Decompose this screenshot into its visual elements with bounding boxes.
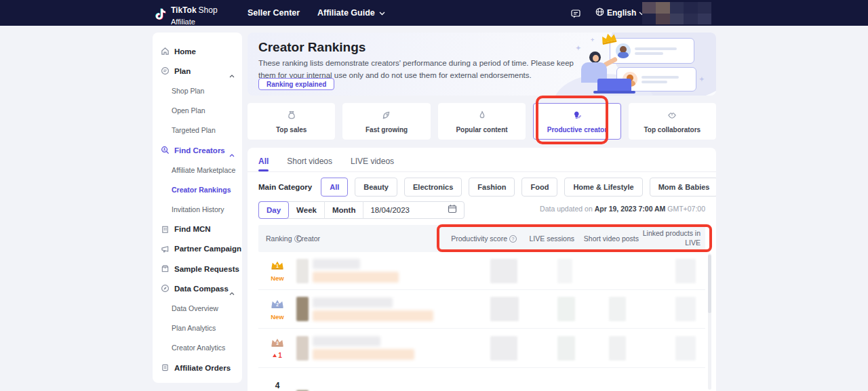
sidebar-item-label: Sample Requests — [174, 265, 239, 273]
period-month-button[interactable]: Month — [325, 201, 363, 219]
sidebar-item-label: Open Plan — [172, 106, 205, 115]
ranking-explained-button[interactable]: Ranking explained — [258, 78, 334, 90]
metric-cell-blurred — [634, 252, 701, 289]
rankings-illustration: ✦ ✦ + — [570, 33, 716, 96]
category-pill-home-lifestyle[interactable]: Home & Lifestyle — [564, 178, 642, 197]
sidebar-item-partner-campaign[interactable]: Partner Campaign — [153, 239, 242, 259]
page-title: Creator Rankings — [258, 40, 366, 55]
creator-cell-blurred — [296, 290, 444, 328]
category-pill-mom-babies[interactable]: Mom & Babies — [650, 178, 716, 197]
sidebar-item-label: Partner Campaign — [174, 245, 241, 253]
nav-link-affiliate-guide[interactable]: Affiliate Guide — [317, 0, 385, 26]
sidebar-item-targeted-plan[interactable]: Targeted Plan — [153, 121, 242, 140]
building-icon — [161, 225, 170, 234]
category-pill-all[interactable]: All — [321, 178, 348, 197]
period-week-button[interactable]: Week — [289, 201, 325, 219]
sidebar-item-creator-rankings[interactable]: Creator Rankings — [153, 180, 242, 199]
nav-link-seller-center[interactable]: Seller Center — [248, 0, 300, 26]
ranking-card-popular-content[interactable]: Popular content — [438, 103, 526, 140]
sidebar-item-label: Invitation History — [172, 205, 224, 213]
main-category-label: Main Category — [258, 183, 312, 191]
metric-cell-blurred — [570, 290, 634, 328]
sidebar-item-data-overview[interactable]: Data Overview — [153, 298, 242, 318]
sidebar-item-data-compass[interactable]: Data Compass — [153, 279, 242, 298]
table-scrollbar[interactable] — [708, 253, 711, 390]
category-pill-food[interactable]: Food — [521, 178, 557, 197]
table-row[interactable]: 2 New — [258, 290, 705, 329]
ranking-card-fast-growing[interactable]: Fast growing — [342, 103, 430, 140]
sidebar-item-plan[interactable]: Plan — [153, 61, 242, 81]
rank-cell: 2 New — [258, 290, 296, 328]
date-picker[interactable] — [363, 201, 464, 219]
tab-all[interactable]: All — [258, 157, 269, 171]
sidebar-item-affiliate-marketplace[interactable]: Affiliate Marketplace — [153, 160, 242, 180]
category-pill-fashion[interactable]: Fashion — [469, 178, 515, 197]
sidebar-item-affiliate-orders[interactable]: Affiliate Orders — [153, 358, 242, 377]
main-category-filter: Main Category All Beauty Electronics Fas… — [258, 178, 716, 197]
column-live-sessions: LIVE sessions — [517, 234, 574, 243]
flame-icon — [477, 110, 488, 123]
sidebar-item-plan-analytics[interactable]: Plan Analytics — [153, 318, 242, 338]
compass-icon — [161, 284, 170, 293]
blurred-avatar — [296, 259, 309, 283]
tab-short-videos[interactable]: Short videos — [287, 157, 332, 171]
creator-cell-blurred — [296, 329, 444, 367]
illustration-rank-card — [610, 38, 694, 64]
sidebar-item-invitation-history[interactable]: Invitation History — [153, 200, 242, 220]
ranking-card-label: Popular content — [456, 126, 507, 133]
chevron-up-icon[interactable] — [229, 148, 235, 160]
new-badge: New — [271, 274, 284, 282]
tiktok-shop-affiliate-logo[interactable]: TikTokShop Affiliate — [155, 4, 218, 27]
table-row[interactable]: 3 1 — [258, 329, 705, 368]
sidebar-item-find-creators[interactable]: Find Creators — [153, 140, 242, 160]
column-short-video-posts: Short video posts — [574, 234, 639, 243]
sidebar-item-home[interactable]: Home — [153, 41, 242, 61]
creator-cell-blurred — [296, 368, 444, 391]
logo-shop: Shop — [199, 5, 218, 15]
ranking-card-label: Productive creator — [547, 126, 607, 133]
category-pill-beauty[interactable]: Beauty — [355, 178, 397, 197]
column-label: Linked products in LIVE — [639, 229, 701, 247]
ranking-card-productive-creator[interactable]: Productive creator — [533, 103, 620, 140]
ranking-card-top-sales[interactable]: Top sales — [248, 103, 335, 140]
column-creator: Creator — [296, 234, 449, 243]
rocket-icon — [381, 110, 392, 123]
globe-icon — [595, 7, 604, 18]
metric-cell-blurred — [444, 252, 512, 289]
rank-change-badge: 1 — [273, 352, 282, 359]
updated-datetime: Apr 19, 2023 7:00 AM — [595, 205, 666, 213]
ranking-card-top-collaborators[interactable]: Top collaborators — [629, 103, 716, 140]
tab-live-videos[interactable]: LIVE videos — [351, 157, 394, 171]
creator-cell-blurred — [296, 252, 444, 289]
megaphone-icon — [161, 245, 170, 253]
sidebar-item-shop-plan[interactable]: Shop Plan — [153, 81, 242, 100]
table-row[interactable]: 1 New — [258, 252, 705, 290]
language-selector[interactable]: English — [595, 0, 645, 26]
calendar-icon[interactable] — [448, 204, 457, 216]
sidebar-item-open-plan[interactable]: Open Plan — [153, 101, 242, 121]
period-day-button[interactable]: Day — [258, 201, 289, 219]
scrollbar-thumb[interactable] — [708, 255, 711, 313]
column-label: LIVE sessions — [529, 234, 574, 243]
table-row[interactable]: 4 — [258, 368, 705, 391]
metric-cell-blurred — [570, 368, 634, 391]
user-avatar-blurred[interactable] — [642, 2, 725, 24]
chevron-up-icon[interactable] — [229, 286, 235, 298]
ranking-type-cards: Top sales Fast growing Popular content P… — [248, 103, 716, 140]
chevron-up-icon[interactable] — [229, 68, 235, 81]
sidebar-item-creator-analytics[interactable]: Creator Analytics — [153, 338, 242, 358]
date-picker-input[interactable] — [370, 206, 415, 214]
rank-cell: 1 New — [258, 252, 296, 289]
sidebar-item-label: Affiliate Orders — [174, 364, 231, 372]
metric-cell-blurred — [512, 368, 570, 391]
blurred-avatar — [296, 297, 309, 321]
sidebar-item-sample-requests[interactable]: Sample Requests — [153, 259, 242, 279]
rank-change-value: 1 — [278, 352, 282, 359]
table-header: Ranking ? Creator Productivity score ? L… — [258, 225, 705, 252]
column-label: Short video posts — [584, 234, 639, 243]
sidebar-item-find-mcn[interactable]: Find MCN — [153, 220, 242, 239]
info-icon[interactable]: ? — [509, 235, 517, 243]
message-icon[interactable] — [571, 9, 580, 21]
nav-link-label: Affiliate Guide — [317, 8, 375, 18]
category-pill-electronics[interactable]: Electronics — [404, 178, 462, 197]
